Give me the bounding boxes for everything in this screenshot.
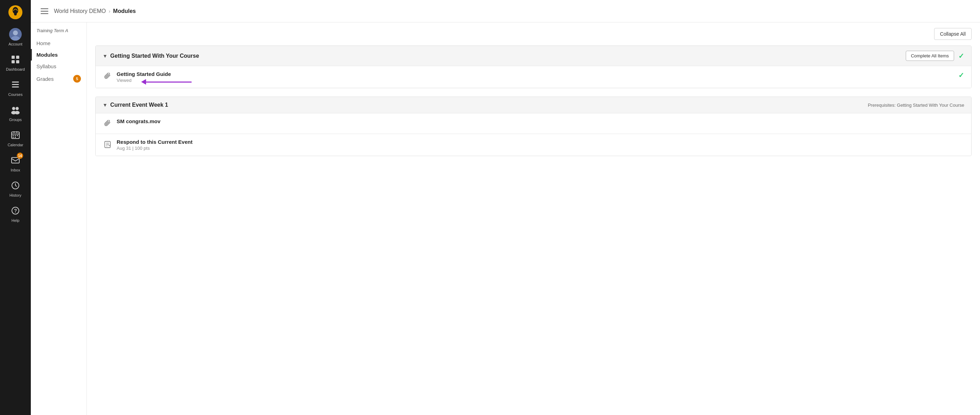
module-title-area-2: ▼ Current Event Week 1 [103,102,168,108]
help-label: Help [11,219,20,223]
module-complete-check: ✓ [958,52,964,60]
module-title-area: ▼ Getting Started With Your Course [103,53,199,59]
groups-icon [9,104,22,116]
svg-rect-25 [17,135,18,136]
module-item-left: Getting Started Guide Viewed [103,71,171,83]
svg-point-16 [16,107,19,110]
inbox-label: Inbox [11,168,20,172]
svg-rect-2 [14,14,17,15]
module-collapse-arrow-2[interactable]: ▼ [103,102,108,108]
module-item-getting-started-guide: Getting Started Guide Viewed ✓ [95,66,971,88]
grades-badge: 5 [73,75,81,82]
module-item-left-3: Respond to this Current Event Aug 31 | 1… [103,139,192,151]
nav-syllabus[interactable]: Syllabus [31,60,86,72]
svg-rect-26 [13,137,14,138]
sidebar-item-calendar[interactable]: Calendar [0,125,31,150]
item-subtitle: Viewed [117,78,171,83]
groups-label: Groups [9,117,22,122]
help-icon: ? [9,204,22,217]
module-current-event-title: Current Event Week 1 [110,102,168,108]
inbox-icon-wrap: 14 [9,154,22,166]
sidebar-item-account[interactable]: Account [0,24,31,50]
item-title[interactable]: Getting Started Guide [117,71,171,77]
nav-modules[interactable]: Modules [31,49,86,60]
collapse-bar: Collapse All [95,28,972,40]
sidebar-item-history[interactable]: History [0,176,31,201]
svg-point-6 [13,30,18,35]
main-area: World History DEMO › Modules Training Te… [31,0,980,415]
dashboard-label: Dashboard [6,67,25,71]
sidebar-item-inbox[interactable]: 14 Inbox [0,150,31,176]
item-text-3: Respond to this Current Event Aug 31 | 1… [117,139,192,151]
module-collapse-arrow[interactable]: ▼ [103,53,108,59]
module-item-respond-current-event: Respond to this Current Event Aug 31 | 1… [95,134,971,156]
svg-rect-8 [11,55,15,59]
prerequisites-text: Prerequisites: Getting Started With Your… [868,103,964,108]
svg-rect-3 [14,15,16,16]
item-subtitle-respond: Aug 31 | 100 pts [117,146,192,151]
svg-text:?: ? [14,208,17,214]
module-getting-started: ▼ Getting Started With Your Course Compl… [95,46,972,88]
module-header-right-2: Prerequisites: Getting Started With Your… [868,103,964,108]
svg-rect-10 [11,60,15,63]
nav-home[interactable]: Home [31,38,86,49]
dashboard-icon [9,53,22,66]
item-text: Getting Started Guide Viewed [117,71,171,83]
inbox-badge: 14 [17,152,23,159]
module-item-left-2: SM congrats.mov [103,118,161,129]
svg-rect-12 [12,82,19,82]
module-getting-started-title: Getting Started With Your Course [110,53,199,59]
sidebar-item-help[interactable]: ? Help [0,201,31,226]
sidebar-item-courses[interactable]: Courses [0,75,31,100]
sidebar-item-groups[interactable]: Groups [0,100,31,125]
svg-rect-24 [15,135,16,136]
item-title-respond[interactable]: Respond to this Current Event [117,139,192,145]
svg-rect-11 [16,60,19,63]
course-nav: Training Term A Home Modules Syllabus Gr… [31,22,87,415]
account-icon-wrap [9,28,22,41]
attachment-icon [103,72,113,82]
svg-point-18 [15,111,20,114]
hamburger-menu[interactable] [39,7,50,16]
breadcrumb-course[interactable]: World History DEMO [54,8,106,14]
avatar [9,28,22,41]
svg-rect-21 [14,131,14,133]
course-term: Training Term A [31,28,86,38]
svg-rect-14 [12,86,19,87]
svg-rect-20 [11,134,19,135]
svg-rect-9 [16,55,19,59]
sidebar: Account Dashboard Courses [0,0,31,415]
svg-point-15 [12,107,16,110]
item-complete-check: ✓ [958,71,964,79]
sidebar-logo [0,0,31,24]
calendar-icon [9,129,22,141]
module-header-right: Complete All Items ✓ [906,51,964,61]
calendar-label: Calendar [8,143,24,147]
modules-content: Collapse All ▼ Getting Started With Your… [87,22,980,415]
item-title-sm[interactable]: SM congrats.mov [117,118,161,124]
module-current-event-header: ▼ Current Event Week 1 Prerequisites: Ge… [95,97,971,113]
nav-grades-row: Grades 5 [31,72,86,86]
collapse-all-button[interactable]: Collapse All [934,28,972,40]
svg-rect-22 [16,131,17,133]
breadcrumb-separator: › [108,8,110,14]
breadcrumb-current: Modules [113,8,136,14]
svg-rect-23 [13,135,14,136]
complete-all-button[interactable]: Complete All Items [906,51,954,61]
hamburger-line-3 [41,13,48,14]
history-label: History [10,193,21,197]
logo-icon [8,5,23,20]
account-label: Account [8,42,22,46]
history-icon [9,179,22,192]
module-current-event-week1: ▼ Current Event Week 1 Prerequisites: Ge… [95,97,972,156]
hamburger-line-2 [41,11,48,11]
svg-line-31 [16,185,17,187]
sidebar-item-dashboard[interactable]: Dashboard [0,50,31,75]
module-getting-started-header: ▼ Getting Started With Your Course Compl… [95,46,971,66]
courses-label: Courses [8,92,23,97]
hamburger-line-1 [41,8,48,9]
courses-icon [9,78,22,91]
attachment-icon-2 [103,119,113,129]
svg-rect-13 [12,84,19,85]
nav-grades[interactable]: Grades [37,76,54,82]
